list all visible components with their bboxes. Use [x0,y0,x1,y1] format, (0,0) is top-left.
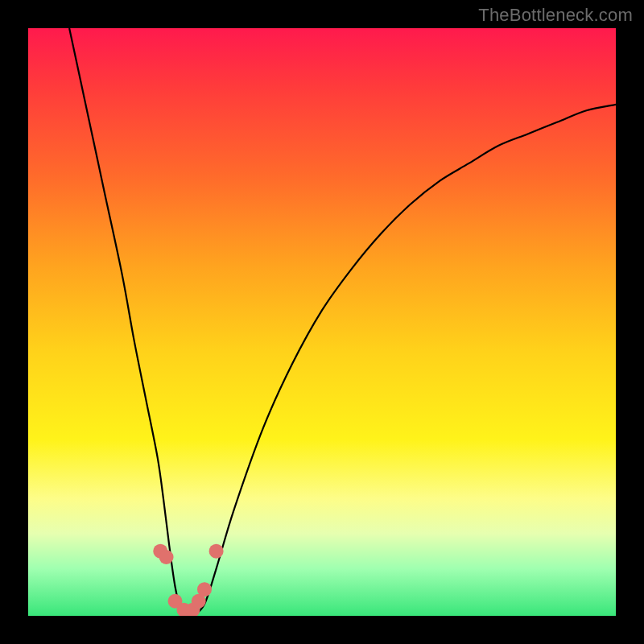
plot-area [28,28,616,616]
watermark-text: TheBottleneck.com [478,5,633,26]
marker-dot [209,544,224,559]
marker-dot [159,550,174,564]
marker-dot [197,582,212,597]
chart-frame: TheBottleneck.com [0,0,644,644]
bottleneck-curve [69,28,616,616]
curve-svg [28,28,616,616]
